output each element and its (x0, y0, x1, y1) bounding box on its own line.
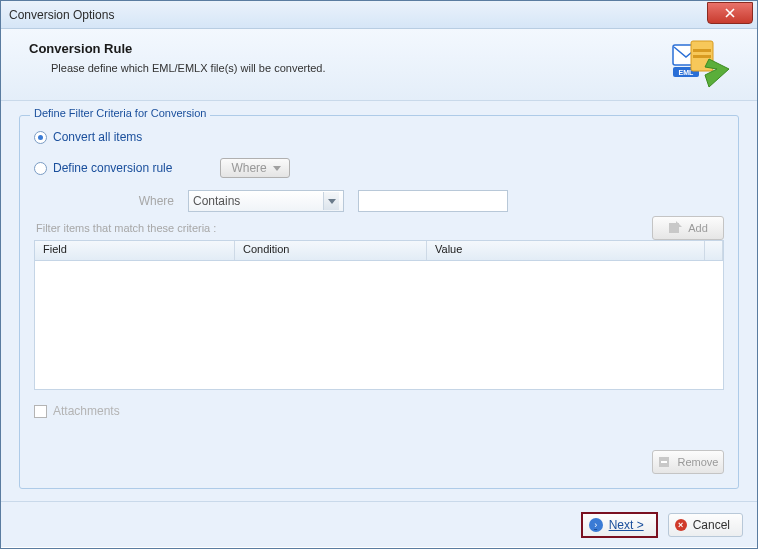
svg-rect-5 (693, 55, 711, 58)
fieldset-legend: Define Filter Criteria for Conversion (30, 107, 210, 119)
cancel-icon: × (675, 519, 687, 531)
titlebar: Conversion Options (1, 1, 757, 29)
window: Conversion Options Conversion Rule Pleas… (0, 0, 758, 549)
radio-define-rule[interactable]: Define conversion rule Where (34, 158, 724, 178)
remove-icon (658, 455, 672, 469)
svg-rect-4 (693, 49, 711, 52)
remove-button[interactable]: Remove (652, 450, 724, 474)
footer: › Next > × Cancel (1, 501, 757, 547)
header-subtitle: Please define which EML/EMLX file(s) wil… (51, 62, 737, 74)
radio-convert-all[interactable]: Convert all items (34, 130, 724, 144)
radio-label: Convert all items (53, 130, 142, 144)
next-label: Next > (609, 518, 644, 532)
window-title: Conversion Options (9, 8, 114, 22)
close-icon (725, 8, 735, 18)
criteria-grid: Field Condition Value (34, 240, 724, 390)
close-button[interactable] (707, 2, 753, 24)
grid-header: Field Condition Value (35, 241, 723, 261)
checkbox-icon (34, 405, 47, 418)
radio-icon (34, 131, 47, 144)
add-label: Add (688, 222, 708, 234)
attachments-checkbox[interactable]: Attachments (34, 404, 724, 418)
cancel-button[interactable]: × Cancel (668, 513, 743, 537)
radio-icon (34, 162, 47, 175)
cancel-label: Cancel (693, 518, 730, 532)
radio-label: Define conversion rule (53, 161, 172, 175)
where-label: Where (114, 194, 174, 208)
add-icon (668, 221, 682, 235)
condition-combobox[interactable]: Contains (188, 190, 344, 212)
chevron-down-icon (323, 192, 339, 210)
column-value[interactable]: Value (427, 241, 705, 260)
header-title: Conversion Rule (29, 41, 737, 56)
add-button[interactable]: Add (652, 216, 724, 240)
column-condition[interactable]: Condition (235, 241, 427, 260)
header-panel: Conversion Rule Please define which EML/… (1, 29, 757, 101)
where-button-label: Where (231, 161, 266, 175)
arrow-right-icon: › (589, 518, 603, 532)
condition-selected: Contains (193, 194, 240, 208)
criteria-label: Filter items that match these criteria : (36, 222, 724, 234)
filter-criteria-fieldset: Define Filter Criteria for Conversion Co… (19, 115, 739, 489)
eml-convert-icon: EML (671, 39, 731, 89)
chevron-down-icon (273, 166, 281, 171)
value-input[interactable] (358, 190, 508, 212)
where-form-row: Where Contains (114, 190, 724, 212)
where-dropdown-button[interactable]: Where (220, 158, 289, 178)
attachments-label: Attachments (53, 404, 120, 418)
remove-label: Remove (678, 456, 719, 468)
svg-rect-8 (661, 461, 667, 463)
column-end (705, 241, 723, 260)
next-button[interactable]: › Next > (581, 512, 658, 538)
body-area: Define Filter Criteria for Conversion Co… (1, 101, 757, 501)
column-field[interactable]: Field (35, 241, 235, 260)
